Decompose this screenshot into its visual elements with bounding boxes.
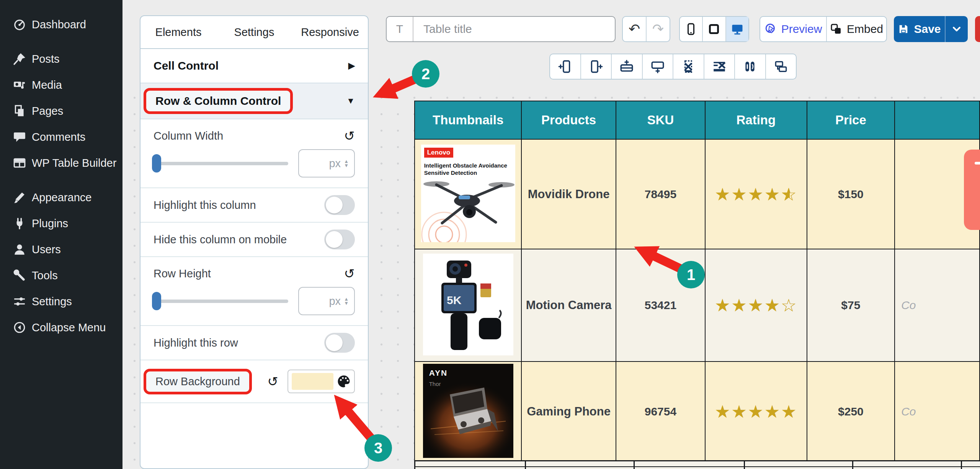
column-width-input[interactable]: px ▲▼ [298,149,355,178]
sidebar-item-posts[interactable]: Posts [0,46,122,72]
preview-embed-group: Preview Embed [760,16,887,42]
tab-settings[interactable]: Settings [216,16,292,48]
tab-responsive[interactable]: Responsive [292,16,368,48]
sidebar-item-plugins[interactable]: Plugins [0,210,122,236]
insert-column-left-icon [558,59,572,74]
sidebar-item-pages[interactable]: Pages [0,98,122,124]
split-cells-button[interactable] [766,54,796,79]
save-button[interactable]: Save [894,16,945,42]
tablet-view-button[interactable] [703,17,726,41]
highlight-column-toggle[interactable] [324,195,355,215]
insert-column-left-button[interactable] [550,54,581,79]
table-title-input[interactable] [413,17,615,41]
price-cell[interactable]: $75 [807,249,895,362]
preview-button[interactable]: Preview [760,17,827,41]
svg-text:5K: 5K [447,294,462,306]
row-height-input[interactable]: px ▲▼ [298,287,355,315]
tab-elements[interactable]: Elements [140,16,216,48]
cell-border [961,461,962,469]
sidebar-item-appearance[interactable]: Appearance [0,184,122,210]
cutoff-red-button[interactable] [975,16,980,42]
delete-row-button[interactable] [704,54,735,79]
gaming-phone-product-image: AYN Thor [423,364,513,458]
dashboard-icon [13,18,26,31]
sidebar-item-label: Users [32,243,61,256]
row-action-button-partial[interactable] [964,150,980,230]
product-name-cell[interactable]: Gaming Phone [521,362,616,461]
undo-button[interactable]: ↶ [623,17,647,41]
sidebar-item-comments[interactable]: Comments [0,124,122,150]
row-background-color-picker[interactable] [287,370,355,393]
thumbnail-cell[interactable]: 5K [415,249,521,362]
cell-control-section-header[interactable]: Cell Control ▶ [140,49,368,83]
sidebar-item-media[interactable]: Media [0,72,122,98]
product-name-cell[interactable]: Movidik Drone [521,139,616,249]
delete-column-button[interactable] [673,54,704,79]
spinner-arrows-icon[interactable]: ▲▼ [344,159,349,168]
thumbnail-cell[interactable]: AYN Thor [415,362,521,461]
insert-column-right-button[interactable] [581,54,612,79]
desktop-view-button[interactable] [726,17,748,41]
color-swatch[interactable] [292,373,333,390]
hide-column-mobile-label: Hide this column on mobile [154,233,287,246]
embed-copy-icon [830,23,842,35]
spinner-arrows-icon[interactable]: ▲▼ [344,297,349,305]
sidebar-item-tools[interactable]: Tools [0,262,122,288]
tablet-icon [707,23,720,36]
mobile-view-button[interactable] [680,17,703,41]
annotation-red-box-row-column-control: Row & Column Control [144,88,293,114]
header-partial-column[interactable] [895,101,980,139]
price-cell[interactable]: $250 [807,362,895,461]
partial-cell[interactable]: Co [895,362,980,461]
slider-handle[interactable] [152,292,161,310]
sidebar-item-users[interactable]: Users [0,236,122,262]
rating-stars: ★★★★☆★ [706,184,807,205]
highlight-row-toggle[interactable] [324,333,355,353]
collapse-arrow-icon [13,321,26,334]
header-products[interactable]: Products [521,101,616,139]
price-cell[interactable]: $150 [807,139,895,249]
rating-cell[interactable]: ★★★★☆★ [705,139,807,249]
sidebar-item-settings[interactable]: Settings [0,288,122,314]
pages-icon [13,104,26,118]
header-rating[interactable]: Rating [705,101,807,139]
header-sku[interactable]: SKU [616,101,705,139]
column-width-slider[interactable] [154,162,288,165]
product-name-cell[interactable]: Motion Camera [521,249,616,362]
button-glyph-partial [975,162,980,164]
partial-cell[interactable]: Co [895,249,980,362]
sidebar-item-collapse-menu[interactable]: Collapse Menu [0,314,122,340]
thumbnail-cell[interactable]: Lenovo Intelligent Obstacle Avoidance Se… [415,139,521,249]
reset-icon[interactable]: ↺ [344,267,355,280]
cell-border [634,461,635,469]
sku-cell[interactable]: 96754 [616,362,705,461]
save-label: Save [914,23,941,36]
camera-product-image: 5K [423,254,513,355]
save-dropdown-button[interactable] [946,16,968,42]
sidebar-item-wp-table-builder[interactable]: WP Table Builder [0,150,122,176]
insert-row-above-button[interactable] [612,54,643,79]
save-split-button: Save [894,16,968,42]
row-column-control-section-header[interactable]: Row & Column Control ▼ [140,83,368,119]
embed-button[interactable]: Embed [827,17,886,41]
phone-illustration [423,364,513,458]
user-icon [13,243,26,256]
unit-label: px [329,295,341,308]
rating-cell[interactable]: ★★★★☆ [705,249,807,362]
reset-icon[interactable]: ↺ [344,129,355,142]
paintbrush-icon [13,191,26,204]
reset-icon[interactable]: ↺ [268,375,279,388]
header-thumbnails[interactable]: Thumbnails [415,101,521,139]
palette-icon [336,374,351,389]
sku-cell[interactable]: 78495 [616,139,705,249]
redo-button[interactable]: ↷ [647,17,670,41]
cell-control-label: Cell Control [154,59,219,72]
sidebar-item-dashboard[interactable]: Dashboard [0,11,122,37]
rating-cell[interactable]: ★★★★★ [705,362,807,461]
slider-handle[interactable] [152,154,161,173]
header-price[interactable]: Price [807,101,895,139]
row-height-slider[interactable] [154,300,288,303]
merge-cells-button[interactable] [735,54,766,79]
hide-column-mobile-toggle[interactable] [324,230,355,249]
insert-row-below-button[interactable] [643,54,674,79]
